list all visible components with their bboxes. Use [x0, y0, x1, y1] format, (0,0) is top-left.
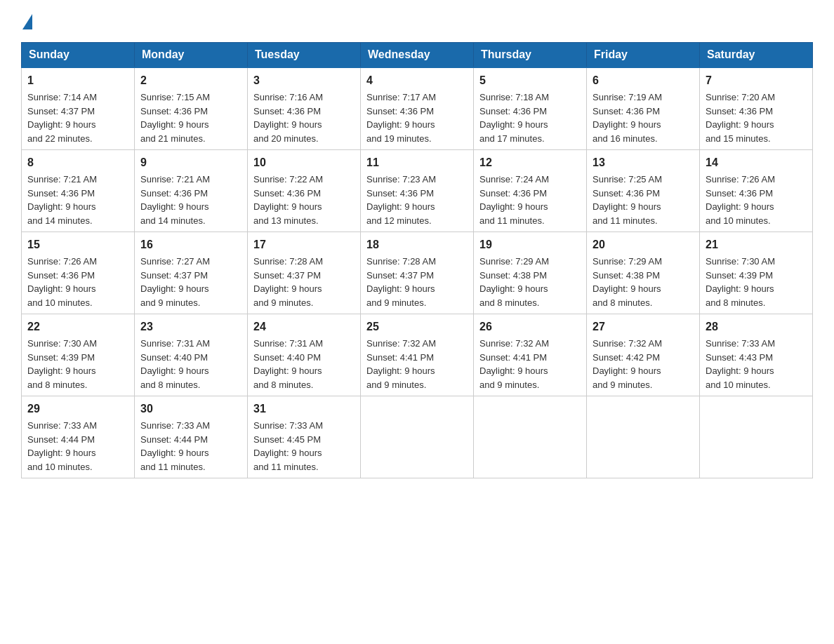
- day-number: 24: [253, 318, 355, 335]
- day-info: Sunrise: 7:32 AMSunset: 4:41 PMDaylight:…: [479, 338, 549, 390]
- weekday-header-friday: Friday: [587, 43, 700, 68]
- calendar-cell: 11 Sunrise: 7:23 AMSunset: 4:36 PMDaylig…: [361, 150, 474, 232]
- day-info: Sunrise: 7:26 AMSunset: 4:36 PMDaylight:…: [706, 174, 775, 226]
- weekday-header-sunday: Sunday: [22, 43, 135, 68]
- day-info: Sunrise: 7:31 AMSunset: 4:40 PMDaylight:…: [140, 338, 210, 390]
- calendar-cell: 21 Sunrise: 7:30 AMSunset: 4:39 PMDaylig…: [700, 232, 813, 314]
- calendar-cell: 4 Sunrise: 7:17 AMSunset: 4:36 PMDayligh…: [361, 67, 474, 150]
- day-number: 9: [140, 154, 241, 171]
- calendar-cell: 23 Sunrise: 7:31 AMSunset: 4:40 PMDaylig…: [135, 314, 248, 396]
- day-info: Sunrise: 7:21 AMSunset: 4:36 PMDaylight:…: [140, 174, 210, 226]
- day-number: 10: [253, 154, 355, 171]
- weekday-header-thursday: Thursday: [474, 43, 587, 68]
- day-info: Sunrise: 7:30 AMSunset: 4:39 PMDaylight:…: [27, 338, 97, 390]
- day-number: 19: [479, 236, 581, 253]
- day-number: 3: [253, 72, 355, 89]
- day-number: 30: [140, 401, 241, 417]
- day-number: 16: [140, 236, 241, 253]
- calendar-cell: 20 Sunrise: 7:29 AMSunset: 4:38 PMDaylig…: [587, 232, 700, 314]
- day-number: 29: [27, 401, 128, 417]
- day-info: Sunrise: 7:21 AMSunset: 4:36 PMDaylight:…: [27, 174, 97, 226]
- day-number: 18: [366, 236, 468, 253]
- calendar-cell: 19 Sunrise: 7:29 AMSunset: 4:38 PMDaylig…: [474, 232, 587, 314]
- day-number: 15: [27, 236, 128, 253]
- calendar-week-row: 22 Sunrise: 7:30 AMSunset: 4:39 PMDaylig…: [22, 314, 813, 396]
- day-number: 26: [479, 318, 581, 335]
- calendar-cell: 25 Sunrise: 7:32 AMSunset: 4:41 PMDaylig…: [361, 314, 474, 396]
- day-number: 14: [706, 154, 807, 171]
- day-info: Sunrise: 7:30 AMSunset: 4:39 PMDaylight:…: [706, 256, 775, 308]
- calendar-cell: 8 Sunrise: 7:21 AMSunset: 4:36 PMDayligh…: [22, 150, 135, 232]
- calendar-cell: 7 Sunrise: 7:20 AMSunset: 4:36 PMDayligh…: [700, 67, 813, 150]
- calendar-cell: 30 Sunrise: 7:33 AMSunset: 4:44 PMDaylig…: [135, 396, 248, 478]
- day-number: 20: [593, 236, 694, 253]
- calendar-cell: 14 Sunrise: 7:26 AMSunset: 4:36 PMDaylig…: [700, 150, 813, 232]
- day-info: Sunrise: 7:20 AMSunset: 4:36 PMDaylight:…: [706, 92, 775, 144]
- calendar-cell: [700, 396, 813, 478]
- day-info: Sunrise: 7:17 AMSunset: 4:36 PMDaylight:…: [366, 92, 436, 144]
- day-number: 12: [479, 154, 581, 171]
- calendar-cell: 9 Sunrise: 7:21 AMSunset: 4:36 PMDayligh…: [135, 150, 248, 232]
- calendar-week-row: 8 Sunrise: 7:21 AMSunset: 4:36 PMDayligh…: [22, 150, 813, 232]
- day-info: Sunrise: 7:25 AMSunset: 4:36 PMDaylight:…: [593, 174, 662, 226]
- weekday-header-wednesday: Wednesday: [361, 43, 474, 68]
- day-info: Sunrise: 7:29 AMSunset: 4:38 PMDaylight:…: [479, 256, 549, 308]
- day-number: 11: [366, 154, 468, 171]
- weekday-header-tuesday: Tuesday: [248, 43, 361, 68]
- day-info: Sunrise: 7:18 AMSunset: 4:36 PMDaylight:…: [479, 92, 549, 144]
- weekday-header-monday: Monday: [135, 43, 248, 68]
- calendar-cell: 6 Sunrise: 7:19 AMSunset: 4:36 PMDayligh…: [587, 67, 700, 150]
- calendar-cell: 12 Sunrise: 7:24 AMSunset: 4:36 PMDaylig…: [474, 150, 587, 232]
- day-info: Sunrise: 7:19 AMSunset: 4:36 PMDaylight:…: [593, 92, 662, 144]
- day-number: 27: [593, 318, 694, 335]
- logo: [21, 14, 32, 28]
- logo-triangle-icon: [22, 14, 32, 29]
- weekday-header-row: SundayMondayTuesdayWednesdayThursdayFrid…: [22, 43, 813, 68]
- day-info: Sunrise: 7:33 AMSunset: 4:44 PMDaylight:…: [27, 420, 97, 472]
- calendar-cell: 1 Sunrise: 7:14 AMSunset: 4:37 PMDayligh…: [22, 67, 135, 150]
- day-info: Sunrise: 7:23 AMSunset: 4:36 PMDaylight:…: [366, 174, 436, 226]
- calendar-cell: 28 Sunrise: 7:33 AMSunset: 4:43 PMDaylig…: [700, 314, 813, 396]
- day-number: 7: [706, 72, 807, 89]
- day-number: 6: [593, 72, 694, 89]
- calendar-table: SundayMondayTuesdayWednesdayThursdayFrid…: [21, 42, 813, 478]
- weekday-header-saturday: Saturday: [700, 43, 813, 68]
- day-info: Sunrise: 7:31 AMSunset: 4:40 PMDaylight:…: [253, 338, 323, 390]
- day-number: 13: [593, 154, 694, 171]
- day-number: 5: [479, 72, 581, 89]
- calendar-cell: 18 Sunrise: 7:28 AMSunset: 4:37 PMDaylig…: [361, 232, 474, 314]
- day-info: Sunrise: 7:33 AMSunset: 4:44 PMDaylight:…: [140, 420, 210, 472]
- day-info: Sunrise: 7:27 AMSunset: 4:37 PMDaylight:…: [140, 256, 210, 308]
- day-info: Sunrise: 7:22 AMSunset: 4:36 PMDaylight:…: [253, 174, 323, 226]
- day-info: Sunrise: 7:32 AMSunset: 4:42 PMDaylight:…: [593, 338, 662, 390]
- day-info: Sunrise: 7:32 AMSunset: 4:41 PMDaylight:…: [366, 338, 436, 390]
- day-number: 28: [706, 318, 807, 335]
- day-number: 25: [366, 318, 468, 335]
- calendar-week-row: 29 Sunrise: 7:33 AMSunset: 4:44 PMDaylig…: [22, 396, 813, 478]
- day-number: 22: [27, 318, 128, 335]
- calendar-cell: [587, 396, 700, 478]
- calendar-cell: 24 Sunrise: 7:31 AMSunset: 4:40 PMDaylig…: [248, 314, 361, 396]
- day-number: 8: [27, 154, 128, 171]
- calendar-cell: [361, 396, 474, 478]
- calendar-cell: 31 Sunrise: 7:33 AMSunset: 4:45 PMDaylig…: [248, 396, 361, 478]
- calendar-week-row: 15 Sunrise: 7:26 AMSunset: 4:36 PMDaylig…: [22, 232, 813, 314]
- calendar-cell: [474, 396, 587, 478]
- calendar-cell: 5 Sunrise: 7:18 AMSunset: 4:36 PMDayligh…: [474, 67, 587, 150]
- calendar-cell: 29 Sunrise: 7:33 AMSunset: 4:44 PMDaylig…: [22, 396, 135, 478]
- day-info: Sunrise: 7:29 AMSunset: 4:38 PMDaylight:…: [593, 256, 662, 308]
- calendar-cell: 22 Sunrise: 7:30 AMSunset: 4:39 PMDaylig…: [22, 314, 135, 396]
- day-number: 31: [253, 401, 355, 417]
- day-info: Sunrise: 7:33 AMSunset: 4:43 PMDaylight:…: [706, 338, 775, 390]
- day-number: 4: [366, 72, 468, 89]
- day-info: Sunrise: 7:15 AMSunset: 4:36 PMDaylight:…: [140, 92, 210, 144]
- page-header: [21, 14, 813, 28]
- day-number: 23: [140, 318, 241, 335]
- day-info: Sunrise: 7:24 AMSunset: 4:36 PMDaylight:…: [479, 174, 549, 226]
- day-info: Sunrise: 7:14 AMSunset: 4:37 PMDaylight:…: [27, 92, 97, 144]
- calendar-cell: 10 Sunrise: 7:22 AMSunset: 4:36 PMDaylig…: [248, 150, 361, 232]
- calendar-cell: 26 Sunrise: 7:32 AMSunset: 4:41 PMDaylig…: [474, 314, 587, 396]
- day-number: 21: [706, 236, 807, 253]
- calendar-cell: 2 Sunrise: 7:15 AMSunset: 4:36 PMDayligh…: [135, 67, 248, 150]
- day-info: Sunrise: 7:16 AMSunset: 4:36 PMDaylight:…: [253, 92, 323, 144]
